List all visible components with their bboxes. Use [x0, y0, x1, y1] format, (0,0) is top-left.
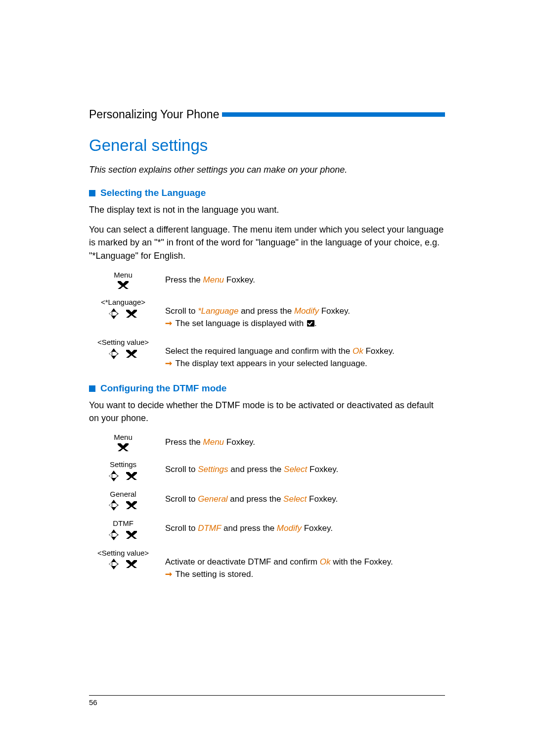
- foxkey-icon: [126, 530, 137, 539]
- step-result: ➞ The setting is stored.: [165, 568, 445, 581]
- step-row: MenuPress the Menu Foxkey.: [89, 433, 445, 452]
- nav-cluster: [89, 348, 157, 359]
- result-arrow-icon: ➞: [165, 319, 172, 328]
- step-line: Press the Menu Foxkey.: [165, 274, 445, 286]
- step-instruction: Scroll to *Language and press the Modify…: [157, 298, 445, 330]
- foxkey-icon: [126, 349, 137, 358]
- step-key-label: <Setting value>: [89, 338, 157, 347]
- foxkey-icon: [117, 281, 129, 289]
- step-line: Scroll to DTMF and press the Modify Foxk…: [165, 522, 445, 535]
- page-number: 56: [89, 698, 97, 707]
- step-key: Menu: [89, 433, 157, 452]
- foxkey-icon: [126, 560, 137, 568]
- step-line: Scroll to Settings and press the Select …: [165, 464, 445, 476]
- step-row: MenuPress the Menu Foxkey.: [89, 271, 445, 290]
- nav-arrows-icon: [109, 500, 137, 511]
- section-heading-dtmf: Configuring the DTMF mode: [89, 383, 445, 394]
- arrow-down-icon: [111, 507, 116, 511]
- step-key: Menu: [89, 271, 157, 290]
- arrow-down-icon: [111, 537, 116, 540]
- step-key: General: [89, 490, 157, 511]
- step-key-label: <*Language>: [89, 298, 157, 307]
- ui-term: Settings: [198, 465, 228, 474]
- nav-arrows-icon: [109, 471, 137, 481]
- foxkey-icon: [117, 443, 129, 452]
- body-text: You want to decide whether the DTMF mode…: [89, 399, 445, 425]
- step-key: Settings: [89, 461, 157, 481]
- nav-cluster: [89, 499, 157, 511]
- ui-term: Ok: [353, 346, 363, 356]
- ui-term: Menu: [203, 437, 224, 447]
- step-key-label: Menu: [89, 433, 157, 442]
- result-arrow-icon: ➞: [165, 359, 172, 368]
- breadcrumb: Personalizing Your Phone: [89, 108, 219, 121]
- step-line: Press the Menu Foxkey.: [165, 436, 445, 449]
- foxkey-icon: [126, 309, 137, 318]
- step-result: ➞ The display text appears in your selec…: [165, 358, 445, 370]
- page-header: Personalizing Your Phone: [89, 108, 445, 121]
- ui-term: General: [198, 494, 227, 504]
- arrow-down-icon: [111, 356, 116, 359]
- step-row: General Scroll to General and press the …: [89, 490, 445, 511]
- step-key: DTMF: [89, 520, 157, 540]
- body-text: The display text is not in the language …: [89, 203, 445, 216]
- step-line: Activate or deactivate DTMF and confirm …: [165, 556, 445, 568]
- step-key: <Setting value>: [89, 549, 157, 570]
- nav-arrows-icon: [109, 308, 137, 319]
- section-heading-language: Selecting the Language: [89, 188, 445, 198]
- step-row: Settings Scroll to Settings and press th…: [89, 461, 445, 481]
- step-key-label: Settings: [89, 461, 157, 469]
- step-instruction: Select the required language and confirm…: [157, 338, 445, 370]
- foxkey-icon: [117, 281, 129, 289]
- ui-term: Modify: [294, 306, 319, 316]
- ui-term: Select: [284, 465, 307, 474]
- step-key-label: General: [89, 490, 157, 499]
- step-key: <*Language>: [89, 298, 157, 319]
- nav-arrows-icon: [109, 529, 137, 540]
- step-instruction: Scroll to General and press the Select F…: [157, 490, 445, 506]
- step-line: Scroll to *Language and press the Modify…: [165, 305, 445, 318]
- steps-language: MenuPress the Menu Foxkey.<*Language> Sc…: [89, 271, 445, 370]
- document-page: Personalizing Your Phone General setting…: [0, 0, 534, 756]
- nav-cluster: [89, 558, 157, 569]
- nav-cluster: [89, 470, 157, 481]
- nav-arrows-icon: [109, 348, 137, 359]
- foxkey-icon: [126, 501, 137, 510]
- header-rule: [222, 112, 445, 117]
- step-key-label: <Setting value>: [89, 549, 157, 558]
- step-key-label: DTMF: [89, 520, 157, 528]
- ui-term: Select: [283, 494, 307, 504]
- step-row: <*Language> Scroll to *Language and pres…: [89, 298, 445, 330]
- nav-cluster: [89, 529, 157, 540]
- ui-term: Menu: [203, 275, 224, 284]
- step-result: ➞ The set language is displayed with .: [165, 318, 445, 330]
- foxkey-icon: [117, 443, 129, 452]
- step-row: DTMF Scroll to DTMF and press the Modify…: [89, 520, 445, 540]
- ui-term: Ok: [320, 557, 331, 567]
- foxkey-icon: [126, 472, 137, 480]
- nav-arrows-icon: [109, 559, 137, 569]
- step-instruction: Scroll to DTMF and press the Modify Foxk…: [157, 520, 445, 535]
- result-arrow-icon: ➞: [165, 569, 172, 579]
- step-row: <Setting value> Activate or deactivate D…: [89, 549, 445, 580]
- step-key-label: Menu: [89, 271, 157, 280]
- step-instruction: Scroll to Settings and press the Select …: [157, 461, 445, 476]
- ui-term: DTMF: [198, 523, 221, 533]
- ui-term: *Language: [198, 306, 238, 316]
- step-line: Select the required language and confirm…: [165, 345, 445, 358]
- arrow-down-icon: [111, 566, 116, 569]
- checkmark-icon: [307, 320, 314, 327]
- nav-cluster: [89, 308, 157, 319]
- steps-dtmf: MenuPress the Menu Foxkey.Settings Scrol…: [89, 433, 445, 580]
- step-instruction: Activate or deactivate DTMF and confirm …: [157, 549, 445, 580]
- arrow-down-icon: [111, 316, 116, 319]
- arrow-down-icon: [111, 478, 116, 481]
- step-instruction: Press the Menu Foxkey.: [157, 271, 445, 286]
- footer-rule: [89, 695, 445, 696]
- page-title: General settings: [89, 136, 445, 155]
- step-row: <Setting value> Select the required lang…: [89, 338, 445, 370]
- intro-text: This section explains other settings you…: [89, 164, 445, 176]
- step-line: Scroll to General and press the Select F…: [165, 493, 445, 506]
- step-key: <Setting value>: [89, 338, 157, 359]
- step-instruction: Press the Menu Foxkey.: [157, 433, 445, 449]
